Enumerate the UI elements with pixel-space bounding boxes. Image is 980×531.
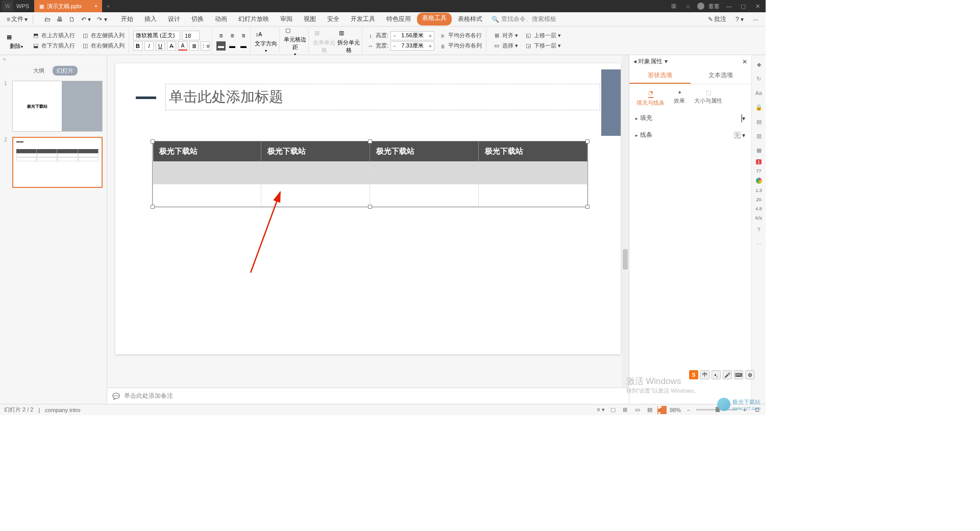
side-btn-2[interactable]: ↻ (754, 74, 764, 84)
slide-thumb-1[interactable]: 1 极光下载站 (4, 81, 103, 132)
split-cells-button[interactable]: ▥拆分单元格 (337, 28, 360, 54)
tab-review[interactable]: 审阅 (275, 13, 298, 26)
tab-start[interactable]: 开始 (116, 13, 138, 26)
side-btn-6[interactable]: ▥ (754, 131, 764, 141)
table[interactable]: 极光下载站 极光下载站 极光下载站 极光下载站 (152, 141, 588, 207)
shape-options-tab[interactable]: 形状选项 (629, 68, 691, 84)
fill-section[interactable]: ▸填充 ▾ (629, 110, 751, 127)
tab-view[interactable]: 视图 (299, 13, 321, 26)
fill-swatch[interactable] (741, 114, 742, 123)
valign-middle-button[interactable]: ▬ (228, 41, 237, 51)
distribute-rows-button[interactable]: ≡平均分布各行 (436, 31, 484, 40)
side-btn-3[interactable]: Aa (754, 88, 764, 98)
zoom-out-button[interactable]: − (684, 406, 693, 414)
sorter-view-button[interactable]: ⊞ (621, 406, 630, 414)
normal-view-button[interactable]: ▢ (608, 406, 618, 414)
italic-button[interactable]: I (144, 41, 154, 51)
save-icon[interactable] (36, 14, 41, 25)
number-list-button[interactable]: ≣ (189, 41, 199, 51)
clear-format-button[interactable]: A̶ (167, 41, 176, 51)
slideshow-button[interactable]: ▶ ▾ (657, 406, 667, 414)
user-avatar-icon[interactable] (697, 3, 704, 10)
slide-canvas[interactable]: 单击此处添加标题 极光下载站 极光下载站 极光下载站 极光下载站 (107, 55, 629, 388)
tab-transition[interactable]: 切换 (186, 13, 209, 26)
font-size-select[interactable] (182, 31, 200, 40)
ime-lang-button[interactable]: 中 (700, 370, 709, 379)
view-menu-button[interactable]: ≡ ▾ (596, 406, 605, 414)
insert-row-above-button[interactable]: ⬒在上方插入行 (30, 31, 77, 40)
side-btn-5[interactable]: ▤ (754, 116, 764, 127)
side-btn-4[interactable]: 🔒 (754, 102, 764, 112)
selection-handle[interactable] (368, 205, 372, 209)
new-tab-button[interactable]: ＋ (102, 2, 114, 11)
tab-insert[interactable]: 插入 (139, 13, 162, 26)
valign-top-button[interactable]: ▬ (216, 41, 226, 51)
tab-slideshow[interactable]: 幻灯片放映 (233, 13, 274, 26)
reading-view-button[interactable]: ▭ (633, 406, 642, 414)
close-pane-button[interactable]: ✕ (742, 58, 747, 65)
help-button[interactable]: ? ▾ (733, 14, 746, 25)
side-more-button[interactable]: ⋯ (754, 239, 764, 249)
selection-handle[interactable] (151, 139, 155, 143)
side-btn-7[interactable]: ▦ (754, 145, 764, 155)
ime-punct-button[interactable]: •, (712, 370, 721, 379)
ime-settings-button[interactable]: ⚙ (745, 370, 754, 379)
maximize-button[interactable]: ▢ (738, 1, 748, 11)
selection-handle[interactable] (151, 205, 155, 209)
insert-row-below-button[interactable]: ⬓在下方插入行 (30, 41, 77, 51)
open-icon[interactable]: 🗁 (42, 14, 53, 25)
side-btn-1[interactable]: ◆ (754, 59, 764, 69)
minimize-button[interactable]: — (724, 1, 734, 11)
font-family-select[interactable] (133, 31, 180, 40)
notes-pane[interactable]: 💬 单击此处添加备注 (107, 388, 629, 404)
ime-voice-button[interactable]: 🎤 (723, 370, 732, 379)
slides-tab[interactable]: 幻灯片 (53, 66, 78, 76)
height-stepper[interactable]: −+ (390, 31, 434, 40)
valign-bottom-button[interactable]: ▬ (239, 41, 248, 51)
align-left-button[interactable]: ≡ (216, 31, 226, 40)
align-objects-button[interactable]: ⊞对齐 ▾ (491, 31, 520, 40)
underline-button[interactable]: U (156, 41, 165, 51)
slide[interactable]: 单击此处添加标题 极光下载站 极光下载站 极光下载站 极光下载站 (115, 63, 621, 354)
title-placeholder[interactable]: 单击此处添加标题 (165, 84, 600, 110)
tab-table-style[interactable]: 表格样式 (453, 13, 487, 26)
table-header-cell[interactable]: 极光下载站 (478, 141, 587, 162)
bullet-list-button[interactable]: ⋮≡ (201, 41, 210, 51)
search-input[interactable]: 🔍 查找命令、搜索模板 (488, 14, 559, 25)
bold-button[interactable]: B (133, 41, 142, 51)
table-cell[interactable] (153, 162, 261, 184)
print-icon[interactable]: 🖶 (54, 14, 65, 25)
side-help-button[interactable]: ? (754, 225, 764, 235)
width-stepper[interactable]: −+ (390, 41, 434, 51)
bring-forward-button[interactable]: ◱上移一层 ▾ (522, 31, 563, 40)
ime-toolbar[interactable]: S 中 •, 🎤 ⌨ ⚙ (689, 370, 754, 379)
text-direction-button[interactable]: ↕A文字方向 (255, 29, 277, 47)
line-swatch[interactable]: 无 (734, 132, 741, 139)
notification-button[interactable]: 1 (669, 1, 679, 11)
tab-devtools[interactable]: 开发工具 (346, 13, 380, 26)
vertical-scrollbar[interactable] (622, 55, 629, 388)
align-right-button[interactable]: ≡ (239, 31, 248, 40)
tab-table-tools[interactable]: 表格工具 (417, 13, 452, 26)
slide-thumb-2[interactable]: 2 (4, 137, 103, 188)
collapse-ribbon-button[interactable]: ︿ (750, 14, 762, 25)
tab-design[interactable]: 设计 (163, 13, 185, 26)
selection-handle[interactable] (585, 205, 590, 209)
outline-tab[interactable]: 大纲 (29, 66, 48, 76)
tab-security[interactable]: 安全 (322, 13, 345, 26)
text-options-tab[interactable]: 文本选项 (691, 68, 752, 84)
delete-button[interactable]: ▦删除▾ (5, 31, 28, 50)
tab-animation[interactable]: 动画 (210, 13, 232, 26)
close-button[interactable]: ✕ (752, 1, 763, 11)
font-color-button[interactable]: A (178, 41, 187, 51)
selection-handle[interactable] (368, 139, 372, 143)
skin-button[interactable]: ⌂ (683, 1, 693, 11)
effect-tab[interactable]: ✦效果 (674, 89, 685, 107)
fill-stroke-tab[interactable]: ◔填充与线条 (636, 89, 665, 107)
ime-keyboard-button[interactable]: ⌨ (734, 370, 743, 379)
notes-view-button[interactable]: ▤ (645, 406, 654, 414)
collapse-icon[interactable]: « (0, 55, 107, 63)
select-button[interactable]: ▭选择 ▾ (491, 41, 520, 51)
size-properties-tab[interactable]: ⬚大小与属性 (694, 89, 722, 107)
tab-special[interactable]: 特色应用 (381, 13, 416, 26)
